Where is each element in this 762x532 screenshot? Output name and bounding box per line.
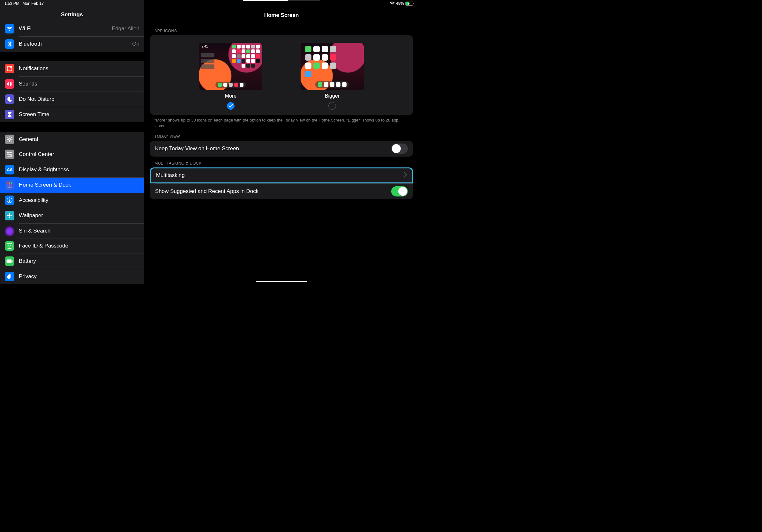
- notifications-icon: [5, 64, 14, 73]
- sidebar-item-label: Bluetooth: [19, 41, 132, 47]
- section-header-todayview: TODAY VIEW: [144, 130, 419, 141]
- sidebar-item-label: General: [19, 136, 139, 143]
- svg-rect-2: [414, 3, 414, 4]
- thumb-icons-bigger: [305, 46, 336, 77]
- switches-icon: [5, 150, 14, 159]
- wifi-icon: [5, 24, 14, 33]
- svg-point-31: [11, 215, 12, 216]
- sidebar-item-label: Sounds: [19, 81, 139, 87]
- sidebar-item-dnd[interactable]: Do Not Disturb: [0, 92, 144, 107]
- svg-point-33: [8, 245, 9, 245]
- svg-point-34: [10, 245, 11, 245]
- chevron-right-icon: [404, 172, 407, 179]
- sidebar-item-label: Wi-Fi: [19, 26, 112, 32]
- svg-point-26: [9, 198, 10, 199]
- status-bar: 1:53 PM Mon Feb 17 49%: [0, 0, 419, 7]
- sidebar-item-detail: Edgar Allen: [112, 26, 139, 32]
- sidebar-item-faceid[interactable]: Face ID & Passcode: [0, 238, 144, 254]
- svg-rect-20: [11, 182, 12, 184]
- app-icons-card: 9:41 More: [150, 35, 413, 115]
- sidebar-title: Settings: [0, 7, 144, 21]
- sidebar-item-screentime[interactable]: Screen Time: [0, 107, 144, 122]
- row-multitasking[interactable]: Multitasking: [150, 167, 413, 183]
- sidebar-item-label: Privacy: [19, 273, 139, 280]
- section-header-multitasking: MULTITASKING & DOCK: [144, 157, 419, 167]
- accessibility-icon: [5, 195, 14, 205]
- radio-more[interactable]: [227, 102, 235, 110]
- svg-line-11: [11, 141, 12, 141]
- sidebar-item-label: Siri & Search: [19, 228, 139, 234]
- row-label: Multitasking: [156, 172, 404, 179]
- sidebar-item-siri[interactable]: Siri & Search: [0, 223, 144, 238]
- sidebar-item-wifi[interactable]: Wi-Fi Edgar Allen: [0, 21, 144, 36]
- sidebar-item-label: Do Not Disturb: [19, 96, 139, 102]
- sidebar-item-accessibility[interactable]: Accessibility: [0, 193, 144, 208]
- sidebar-item-privacy[interactable]: Privacy: [0, 269, 144, 284]
- sidebar-item-detail: On: [132, 41, 139, 47]
- siri-icon: [5, 226, 14, 236]
- toggle-suggested-dock[interactable]: [391, 186, 408, 196]
- sidebar-item-label: Screen Time: [19, 111, 139, 118]
- sidebar-item-wallpaper[interactable]: Wallpaper: [0, 208, 144, 223]
- sidebar-item-label: Notifications: [19, 65, 139, 72]
- sidebar-item-label: Control Center: [19, 151, 139, 158]
- thumb-more: 9:41: [199, 43, 262, 90]
- sidebar-item-label: Accessibility: [19, 197, 139, 204]
- svg-rect-23: [11, 184, 12, 186]
- sidebar-item-sounds[interactable]: Sounds: [0, 76, 144, 92]
- app-icons-footer: "More" shows up to 30 icons on each page…: [144, 115, 419, 130]
- svg-point-5: [9, 138, 11, 140]
- radio-bigger[interactable]: [328, 102, 336, 110]
- thumb-bigger: [301, 43, 364, 90]
- sidebar-item-display[interactable]: AA Display & Brightness: [0, 162, 144, 177]
- sidebar-item-label: Display & Brightness: [19, 166, 139, 173]
- toggle-today-view[interactable]: [391, 144, 408, 154]
- multitasking-card: Multitasking Show Suggested and Recent A…: [150, 167, 413, 199]
- svg-line-10: [8, 137, 8, 138]
- home-indicator[interactable]: [256, 281, 307, 282]
- hourglass-icon: [5, 110, 14, 119]
- battery-icon: [405, 2, 414, 6]
- thumb-dock: [315, 81, 349, 88]
- sidebar-item-bluetooth[interactable]: Bluetooth On: [0, 36, 144, 52]
- sounds-icon: [5, 79, 14, 89]
- svg-point-17: [11, 155, 12, 156]
- sidebar-item-label: Wallpaper: [19, 212, 139, 219]
- svg-rect-22: [9, 184, 10, 186]
- wifi-icon: [390, 1, 395, 6]
- status-date: Mon Feb 17: [23, 1, 44, 6]
- grid-icon: [5, 180, 14, 190]
- sidebar-item-controlcenter[interactable]: Control Center: [0, 147, 144, 162]
- sidebar-item-general[interactable]: General: [0, 132, 144, 147]
- thumb-icons-more: [232, 45, 260, 68]
- bluetooth-icon: [5, 39, 14, 49]
- svg-rect-21: [7, 184, 8, 186]
- app-icons-option-more[interactable]: 9:41 More: [199, 43, 262, 110]
- face-icon: [5, 241, 14, 251]
- svg-point-27: [9, 215, 10, 216]
- sidebar-item-homedock[interactable]: Home Screen & Dock: [0, 177, 144, 193]
- detail-panel: Home Screen APP ICONS 9:41: [144, 0, 419, 284]
- display-icon: AA: [5, 165, 14, 174]
- row-label: Keep Today View on Home Screen: [155, 146, 391, 152]
- svg-point-15: [7, 153, 8, 154]
- gear-icon: [5, 135, 14, 144]
- page-title: Home Screen: [144, 7, 419, 24]
- app-icons-option-bigger[interactable]: Bigger: [301, 43, 364, 110]
- option-label: More: [225, 93, 236, 99]
- sidebar-item-label: Battery: [19, 258, 139, 264]
- sidebar-item-label: Home Screen & Dock: [19, 182, 139, 188]
- svg-point-29: [9, 216, 10, 218]
- sidebar-item-battery[interactable]: Battery: [0, 253, 144, 269]
- option-label: Bigger: [325, 93, 340, 99]
- sidebar-item-label: Face ID & Passcode: [19, 243, 139, 249]
- battery-pct: 49%: [396, 1, 404, 6]
- svg-rect-32: [7, 243, 12, 248]
- svg-rect-18: [7, 182, 8, 184]
- row-keep-today-view[interactable]: Keep Today View on Home Screen: [150, 141, 413, 157]
- moon-icon: [5, 95, 14, 104]
- sidebar-item-notifications[interactable]: Notifications: [0, 61, 144, 77]
- hand-icon: [5, 272, 14, 281]
- row-show-suggested-dock[interactable]: Show Suggested and Recent Apps in Dock: [150, 183, 413, 199]
- svg-point-4: [10, 66, 12, 68]
